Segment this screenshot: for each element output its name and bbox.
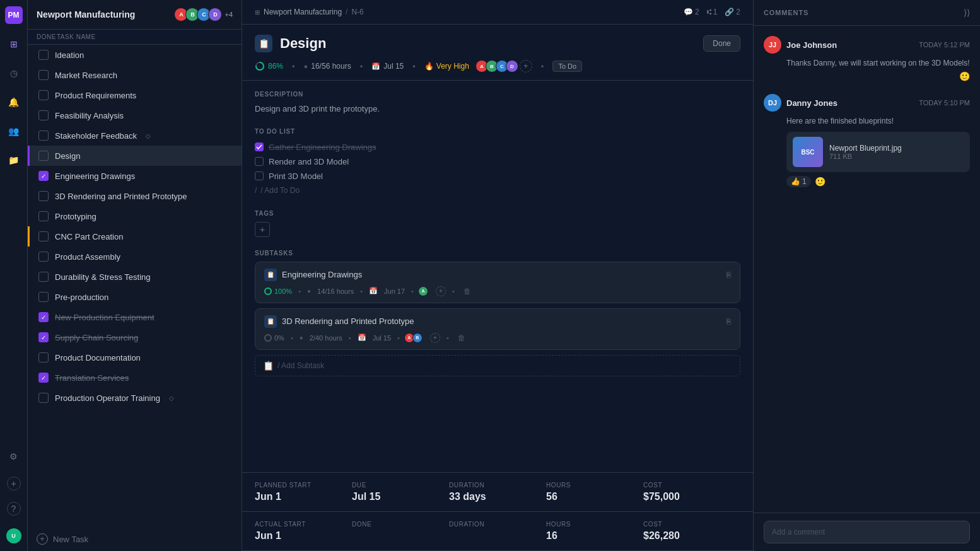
add-tag-button[interactable]: + <box>255 222 270 237</box>
task-item-ideation[interactable]: Ideation <box>28 45 242 65</box>
cost-stat: COST $75,000 <box>643 482 740 502</box>
task-item-cnc[interactable]: CNC Part Creation <box>28 226 242 246</box>
todo-cb-print[interactable] <box>255 171 264 180</box>
new-task-row[interactable]: + New Task <box>28 527 242 551</box>
task-checkbox-assembly[interactable] <box>38 252 49 262</box>
subtask-icon-engineering: 📋 <box>264 269 277 281</box>
subtask-link-3d[interactable]: ⎘ <box>726 317 731 326</box>
task-name-stakeholder: Stakeholder Feedback <box>55 131 137 141</box>
pm-logo[interactable]: PM <box>5 6 23 24</box>
subtask-due: Jun 17 <box>384 287 405 295</box>
subtask-link-engineering[interactable]: ⎘ <box>726 270 731 279</box>
nav-home[interactable]: ⊞ <box>5 35 23 53</box>
hours-stat-label: HOURS <box>546 482 643 489</box>
task-item-3d-rendering[interactable]: 3D Rendering and Printed Prototype <box>28 186 242 206</box>
task-item-product-docs[interactable]: Product Documentation <box>28 347 242 368</box>
task-item-market-research[interactable]: Market Research <box>28 65 242 85</box>
task-item-product-requirements[interactable]: Product Requirements <box>28 85 242 105</box>
task-item-prototyping[interactable]: Prototyping <box>28 206 242 226</box>
due-date-indicator: 📅 Jul 15 <box>371 62 404 71</box>
task-checkbox-ideation[interactable] <box>38 50 49 60</box>
task-name-supply: Supply Chain Sourcing <box>55 333 138 342</box>
subtask-delete-3d[interactable]: 🗑 <box>458 334 465 342</box>
todo-cb-render[interactable] <box>255 157 264 166</box>
avatar-extra-count: +4 <box>225 11 233 18</box>
calendar-icon: 📅 <box>371 62 380 71</box>
task-item-operator-training[interactable]: Production Operator Training ◇ <box>28 388 242 408</box>
subtask-progress-3d: 0% <box>264 334 284 342</box>
task-item-feasibility[interactable]: Feasibility Analysis <box>28 105 242 125</box>
nav-bell[interactable]: 🔔 <box>5 93 23 111</box>
nav-add[interactable]: + <box>7 477 21 490</box>
task-checkbox-feasibility[interactable] <box>38 110 49 120</box>
nav-folder[interactable]: 📁 <box>5 151 23 169</box>
subtask-add-assignee-3d[interactable]: + <box>430 333 440 343</box>
todo-text-print: Print 3D Model <box>269 171 323 181</box>
todo-item-render[interactable]: Render and 3D Model <box>255 154 740 169</box>
breadcrumb-project-link[interactable]: Newport Manufacturing <box>264 8 342 16</box>
task-checkbox-design[interactable] <box>38 151 49 161</box>
emoji-reaction-button-joe[interactable]: 🙂 <box>959 71 970 81</box>
status-badge[interactable]: To Do <box>552 61 582 72</box>
task-item-stakeholder[interactable]: Stakeholder Feedback ◇ <box>28 125 242 146</box>
task-panel: Newport Manufacturing A B C D +4 DONE TA… <box>28 0 242 551</box>
task-name-product-req: Product Requirements <box>55 91 136 100</box>
task-checkbox-durability[interactable] <box>38 272 49 282</box>
task-name-3d: 3D Rendering and Printed Prototype <box>55 192 187 201</box>
task-item-product-assembly[interactable]: Product Assembly <box>28 246 242 267</box>
task-name-preproduction: Pre-production <box>55 293 108 302</box>
task-checkbox-translation[interactable] <box>38 373 49 383</box>
nav-help[interactable]: ? <box>7 502 21 516</box>
add-todo-row[interactable]: / / Add To Do <box>255 183 740 197</box>
add-subtask-row[interactable]: 📋 / Add Subtask <box>255 355 740 376</box>
task-checkbox-cnc[interactable] <box>38 231 49 241</box>
todo-cb-gather[interactable] <box>255 142 264 151</box>
todo-item-gather[interactable]: Gather Engineering Drawings <box>255 140 740 154</box>
add-task-icon[interactable]: + <box>37 533 48 545</box>
task-checkbox-prototyping[interactable] <box>38 211 49 221</box>
thumbsup-reaction[interactable]: 👍 1 <box>786 176 811 187</box>
task-checkbox-product-req[interactable] <box>38 90 49 100</box>
comment-input[interactable] <box>764 521 970 543</box>
task-checkbox-docs[interactable] <box>38 352 49 362</box>
comment-time-joe: TODAY 5:12 PM <box>919 41 970 49</box>
subtask-name-engineering: Engineering Drawings <box>282 270 721 279</box>
task-checkbox-market-research[interactable] <box>38 70 49 80</box>
done-button[interactable]: Done <box>703 35 740 52</box>
task-item-engineering[interactable]: Engineering Drawings <box>28 166 242 186</box>
nav-settings[interactable]: ⚙ <box>5 448 23 465</box>
new-task-label: New Task <box>53 535 88 544</box>
planned-start-stat: PLANNED START Jun 1 <box>255 482 352 502</box>
emoji-reaction-button-danny[interactable]: 🙂 <box>815 177 825 187</box>
nav-clock[interactable]: ◷ <box>5 64 23 82</box>
description-text: Design and 3D print the prototype. <box>255 103 740 115</box>
add-assignee-button[interactable]: + <box>520 60 532 72</box>
task-item-design[interactable]: Design <box>28 146 242 166</box>
task-checkbox-stakeholder[interactable] <box>38 130 49 141</box>
comment-input-area <box>754 513 980 551</box>
task-checkbox-preproduction[interactable] <box>38 292 49 302</box>
task-item-new-equipment[interactable]: New Production Equipment <box>28 307 242 327</box>
task-checkbox-equipment[interactable] <box>38 312 49 322</box>
task-checkbox-engineering[interactable] <box>38 171 49 181</box>
subtask-add-assignee-engineering[interactable]: + <box>436 286 446 296</box>
subtask-delete-engineering[interactable]: 🗑 <box>464 287 471 296</box>
todo-item-print[interactable]: Print 3D Model <box>255 169 740 183</box>
add-todo-label[interactable]: / Add To Do <box>260 186 300 195</box>
actual-start-stat: ACTUAL START Jun 1 <box>255 521 352 542</box>
task-name-equipment: New Production Equipment <box>55 313 155 322</box>
nav-user-avatar[interactable]: U <box>5 527 23 545</box>
task-item-translation[interactable]: Translation Services <box>28 368 242 388</box>
task-checkbox-training[interactable] <box>38 393 49 403</box>
attachment-info: Newport Blueprint.jpg 711 KB <box>829 144 964 160</box>
attachment-blueprint[interactable]: BSC Newport Blueprint.jpg 711 KB <box>786 132 970 172</box>
link-count-badge: 🔗 2 <box>725 8 740 16</box>
task-checkbox-supply[interactable] <box>38 332 49 342</box>
collapse-comments-button[interactable]: ⟩⟩ <box>964 8 970 18</box>
task-item-durability[interactable]: Durability & Stress Testing <box>28 267 242 287</box>
subtask-due-3d: Jul 15 <box>373 334 391 342</box>
task-checkbox-3d[interactable] <box>38 191 49 201</box>
nav-users[interactable]: 👥 <box>5 122 23 140</box>
task-item-pre-production[interactable]: Pre-production <box>28 287 242 307</box>
task-item-supply-chain[interactable]: Supply Chain Sourcing <box>28 327 242 347</box>
